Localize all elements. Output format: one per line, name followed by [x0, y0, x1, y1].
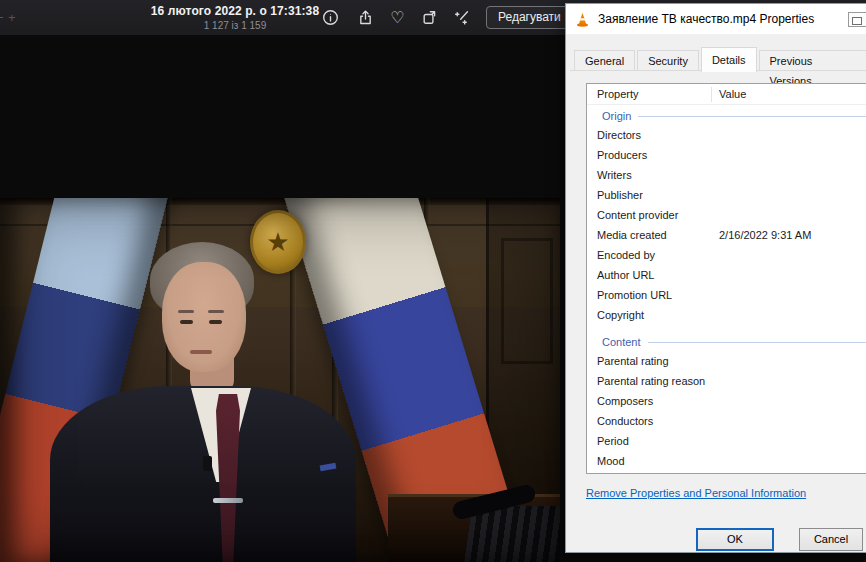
rotate-icon[interactable]: [421, 9, 438, 26]
photo-position-indicator: 1 127 із 1 159: [150, 20, 320, 31]
speaker-shirt: [191, 388, 251, 482]
property-row[interactable]: Conductors: [587, 411, 866, 431]
property-row[interactable]: Promotion URL: [587, 285, 866, 305]
wood-panel-seam: [86, 198, 92, 562]
wood-panel-seam: [424, 198, 430, 562]
wood-panel-seam: [166, 198, 172, 562]
properties-list[interactable]: Property Value Origin Directors Producer…: [586, 83, 866, 474]
properties-dialog: Заявление ТВ качество.mp4 Properties Gen…: [565, 3, 866, 553]
property-label: Producers: [587, 149, 719, 161]
telephone-handset: [451, 483, 537, 521]
zoom-out-icon[interactable]: −: [0, 11, 4, 24]
speaker-tie: [216, 394, 240, 562]
desk: [388, 494, 560, 562]
property-row[interactable]: Period: [587, 431, 866, 451]
flagpole: [52, 198, 56, 268]
property-label: Publisher: [587, 189, 719, 201]
property-row[interactable]: Copyright: [587, 305, 866, 325]
enhance-wand-icon[interactable]: [453, 9, 470, 26]
property-label: Copyright: [587, 309, 719, 321]
speaker-neck: [190, 356, 234, 394]
dialog-title: Заявление ТВ качество.mp4 Properties: [598, 12, 814, 26]
property-row[interactable]: Directors: [587, 125, 866, 145]
property-row[interactable]: Composers: [587, 391, 866, 411]
wood-panel-seam: [290, 198, 296, 562]
property-label: Writers: [587, 169, 719, 181]
pocket-square: [320, 463, 337, 472]
property-label: Author URL: [587, 269, 719, 281]
property-row[interactable]: Parental rating reason: [587, 371, 866, 391]
lnr-flag: [0, 198, 170, 562]
video-frame-image[interactable]: ★: [0, 198, 560, 562]
property-row[interactable]: Author URL: [587, 265, 866, 285]
property-row[interactable]: Producers: [587, 145, 866, 165]
property-row[interactable]: Writers: [587, 165, 866, 185]
wood-door: [486, 198, 560, 562]
property-value: 2/16/2022 9:31 AM: [719, 229, 866, 241]
favorite-icon[interactable]: ♡: [389, 9, 406, 26]
speaker-eyebrow: [178, 310, 194, 313]
photo-date-title: 16 лютого 2022 р. о 17:31:38: [150, 4, 320, 18]
vlc-icon: [574, 11, 591, 28]
info-icon[interactable]: [322, 9, 339, 26]
property-label: Composers: [587, 395, 719, 407]
property-label: Media created: [587, 229, 719, 241]
property-label: Mood: [587, 455, 719, 467]
list-column-headers: Property Value: [587, 84, 866, 105]
dialog-titlebar[interactable]: Заявление ТВ качество.mp4 Properties: [566, 4, 866, 34]
speaker-eyebrow: [208, 310, 224, 313]
section-header-content: Content: [587, 331, 866, 351]
lnr-emblem: ★: [250, 210, 306, 274]
speaker-eye: [209, 320, 222, 324]
tab-security[interactable]: Security: [637, 50, 699, 71]
property-label: Period: [587, 435, 719, 447]
column-header-property[interactable]: Property: [587, 87, 712, 102]
property-label: Content provider: [587, 209, 719, 221]
speaker-face: [162, 262, 246, 372]
property-row[interactable]: Encoded by: [587, 245, 866, 265]
property-row[interactable]: Media created2/16/2022 9:31 AM: [587, 225, 866, 245]
column-header-value[interactable]: Value: [712, 88, 746, 100]
zoom-in-icon[interactable]: +: [8, 11, 16, 24]
speaker-hair: [150, 242, 254, 318]
property-label: Directors: [587, 129, 719, 141]
property-label: Parental rating: [587, 355, 719, 367]
tie-clip: [213, 498, 243, 503]
speaker-suit: [50, 386, 356, 562]
cancel-button[interactable]: Cancel: [799, 528, 863, 551]
ok-button[interactable]: OK: [696, 528, 774, 551]
close-button[interactable]: [848, 12, 866, 27]
property-label: Encoded by: [587, 249, 719, 261]
telephone: [464, 506, 560, 562]
tab-previous-versions[interactable]: Previous Versions: [759, 50, 866, 71]
lapel-microphone: [203, 456, 212, 471]
property-row[interactable]: Content provider: [587, 205, 866, 225]
photo-meta: 16 лютого 2022 р. о 17:31:38 1 127 із 1 …: [150, 4, 320, 31]
share-icon[interactable]: [357, 9, 374, 26]
wall-cornice: [0, 198, 560, 205]
remove-properties-link[interactable]: Remove Properties and Personal Informati…: [586, 487, 806, 499]
section-header-origin: Origin: [587, 105, 866, 125]
speaker-mouth: [190, 350, 212, 354]
property-label: Parental rating reason: [587, 375, 719, 387]
property-label: Promotion URL: [587, 289, 719, 301]
russian-flag: [284, 198, 535, 562]
wood-panel-seam: [332, 198, 338, 562]
tab-general[interactable]: General: [574, 50, 635, 71]
wall-molding: [0, 224, 560, 226]
dialog-tabs: General Security Details Previous Versio…: [574, 46, 866, 71]
edit-button[interactable]: Редагувати: [486, 6, 573, 29]
property-label: Conductors: [587, 415, 719, 427]
speaker-eye: [180, 320, 193, 324]
tab-details[interactable]: Details: [701, 47, 757, 72]
property-row[interactable]: Publisher: [587, 185, 866, 205]
property-row[interactable]: Mood: [587, 451, 866, 471]
property-row[interactable]: Parental rating: [587, 351, 866, 371]
